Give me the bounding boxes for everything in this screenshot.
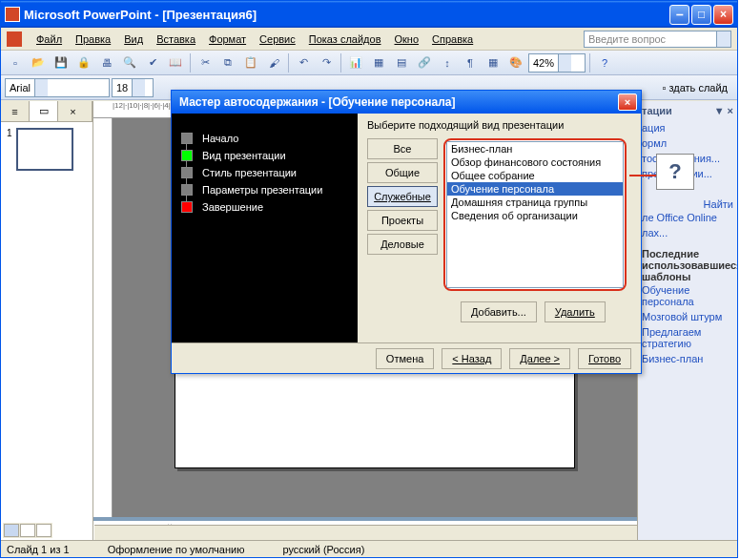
format-painter-icon[interactable]: 🖌 — [263, 52, 284, 73]
list-item[interactable]: Сведения об организации — [447, 209, 623, 222]
help-callout: ? — [629, 154, 694, 196]
taskpane-link[interactable]: ация — [642, 120, 733, 135]
menu-window[interactable]: Окно — [388, 33, 426, 45]
autocontent-wizard-dialog: Мастер автосодержания - [Обучение персон… — [171, 90, 642, 374]
grid-icon[interactable]: ▦ — [483, 52, 504, 73]
new-slide-button[interactable]: ▫ здать слайд — [657, 80, 733, 95]
slide-1-thumb[interactable] — [16, 128, 73, 171]
view-buttons — [3, 523, 52, 538]
recent-template-link[interactable]: Обучение персонала — [642, 282, 733, 309]
list-item[interactable]: Обучение персонала — [447, 182, 623, 196]
ask-question-box[interactable]: Введите вопрос — [584, 31, 717, 48]
chart-icon[interactable]: 📊 — [345, 52, 366, 73]
font-name-combo[interactable]: Arial — [5, 78, 110, 97]
horizontal-scrollbar[interactable] — [94, 525, 637, 540]
wizard-prompt: Выберите подходящий вид презентации — [367, 119, 631, 131]
search-link[interactable]: Найти — [704, 197, 733, 212]
add-button[interactable]: Добавить... — [461, 301, 537, 322]
statusbar: Слайд 1 из 1 Оформление по умолчанию рус… — [1, 540, 737, 557]
category-corporate-button[interactable]: Деловые — [367, 234, 438, 255]
recent-template-link[interactable]: Предлагаем стратегию — [642, 324, 733, 351]
status-slide: Слайд 1 из 1 — [7, 544, 70, 555]
permission-icon[interactable]: 🔒 — [73, 52, 94, 73]
hyperlink-icon[interactable]: 🔗 — [414, 52, 435, 73]
table-icon[interactable]: ▦ — [368, 52, 389, 73]
template-listbox[interactable]: Бизнес-план Обзор финансового состояния … — [443, 138, 627, 291]
step-square-icon — [181, 133, 193, 144]
expand-icon[interactable]: ↕ — [437, 52, 458, 73]
tables-borders-icon[interactable]: ▤ — [391, 52, 412, 73]
normal-view-button[interactable] — [4, 524, 19, 537]
recent-template-link[interactable]: Мозговой штурм — [642, 309, 733, 324]
new-icon[interactable]: ▫ — [5, 52, 26, 73]
dialog-title: Мастер автосодержания - [Обучение персон… — [175, 95, 618, 109]
standard-toolbar: ▫ 📂 💾 🔒 🖶 🔍 ✔ 📖 ✂ ⧉ 📋 🖌 ↶ ↷ 📊 ▦ ▤ 🔗 ↕ ¶ … — [1, 51, 737, 75]
cut-icon[interactable]: ✂ — [195, 52, 216, 73]
category-projects-button[interactable]: Проекты — [367, 210, 438, 231]
document-icon[interactable] — [7, 31, 22, 47]
remove-button[interactable]: Удалить — [545, 301, 606, 322]
finish-button[interactable]: Готово — [578, 348, 631, 369]
show-formatting-icon[interactable]: ¶ — [460, 52, 481, 73]
menu-tools[interactable]: Сервис — [253, 33, 302, 45]
recent-templates-header: Последние использовавшиеся шаблоны — [642, 248, 733, 282]
step-square-icon — [181, 167, 193, 178]
print-icon[interactable]: 🖶 — [96, 52, 117, 73]
dialog-close-button[interactable]: × — [618, 93, 637, 111]
preview-icon[interactable]: 🔍 — [119, 52, 140, 73]
cancel-button[interactable]: Отмена — [376, 348, 434, 369]
redo-icon[interactable]: ↷ — [316, 52, 337, 73]
office-online-link[interactable]: ле Office Online — [642, 210, 733, 225]
font-size-combo[interactable]: 18 — [112, 78, 154, 97]
step-square-icon — [181, 201, 193, 213]
list-item[interactable]: Бизнес-план — [447, 142, 623, 156]
maximize-button[interactable]: □ — [691, 5, 711, 25]
copy-icon[interactable]: ⧉ — [217, 52, 238, 73]
menu-format[interactable]: Формат — [202, 33, 253, 45]
list-item[interactable]: Общее собрание — [447, 169, 623, 182]
minimize-button[interactable]: ‒ — [669, 5, 689, 25]
menubar: Файл Правка Вид Вставка Формат Сервис По… — [1, 28, 737, 51]
save-icon[interactable]: 💾 — [51, 52, 72, 73]
list-item[interactable]: Домашняя страница группы — [447, 196, 623, 209]
menu-slideshow[interactable]: Показ слайдов — [302, 33, 388, 45]
slide-thumbnail[interactable]: 1 — [7, 128, 87, 171]
back-button[interactable]: < Назад — [442, 348, 502, 369]
paste-icon[interactable]: 📋 — [240, 52, 261, 73]
slideshow-view-button[interactable] — [36, 524, 51, 537]
menu-file[interactable]: Файл — [30, 33, 69, 45]
undo-icon[interactable]: ↶ — [293, 52, 314, 73]
category-general-button[interactable]: Общие — [367, 162, 438, 183]
menu-view[interactable]: Вид — [117, 33, 150, 45]
color-icon[interactable]: 🎨 — [505, 52, 526, 73]
vertical-ruler — [93, 118, 113, 517]
status-template: Оформление по умолчанию — [108, 544, 245, 555]
research-icon[interactable]: 📖 — [165, 52, 186, 73]
help-icon[interactable]: ? — [594, 52, 615, 73]
window-title: Microsoft PowerPoint - [Презентация6] — [24, 8, 669, 22]
outline-tab[interactable]: ≡ — [1, 101, 30, 121]
chevron-down-icon[interactable] — [716, 31, 731, 48]
category-business-button[interactable]: Служебные — [367, 186, 438, 207]
open-icon[interactable]: 📂 — [28, 52, 49, 73]
category-all-button[interactable]: Все — [367, 138, 438, 159]
zoom-combo[interactable]: 42% — [528, 53, 586, 73]
outline-pane: ≡ ▭ × 1 — [1, 101, 93, 540]
taskpane-title: тации — [642, 105, 672, 116]
taskpane-link[interactable]: ормл — [642, 135, 733, 151]
close-button[interactable]: × — [713, 5, 733, 25]
templates-link[interactable]: лах... — [642, 225, 733, 240]
menu-edit[interactable]: Правка — [69, 33, 117, 45]
menu-insert[interactable]: Вставка — [150, 33, 202, 45]
close-pane-button[interactable]: × — [58, 101, 92, 121]
taskpane-dropdown-icon[interactable]: ▼ × — [714, 105, 733, 116]
step-square-icon — [181, 150, 193, 161]
list-item[interactable]: Обзор финансового состояния — [447, 156, 623, 169]
sorter-view-button[interactable] — [20, 524, 35, 537]
recent-template-link[interactable]: Бизнес-план — [642, 351, 733, 366]
status-language: русский (Россия) — [282, 544, 364, 555]
next-button[interactable]: Далее > — [509, 348, 570, 369]
menu-help[interactable]: Справка — [425, 33, 480, 45]
slides-tab[interactable]: ▭ — [30, 101, 58, 121]
spell-icon[interactable]: ✔ — [142, 52, 163, 73]
